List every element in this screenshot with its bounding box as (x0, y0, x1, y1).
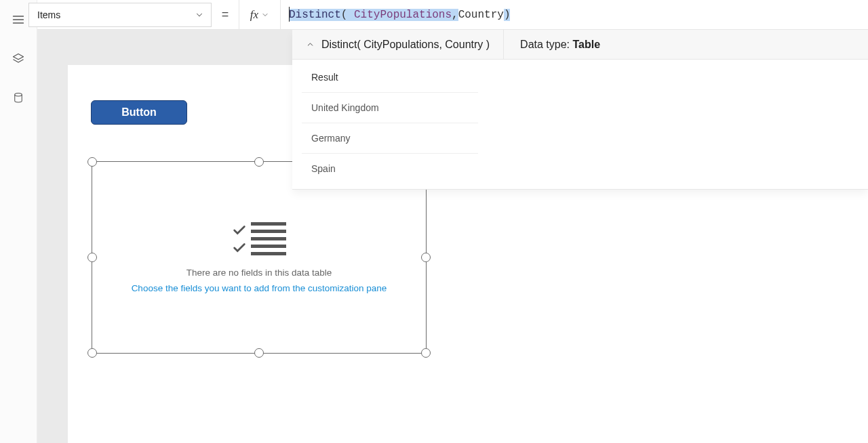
left-rail (0, 0, 37, 443)
equals-label: = (212, 7, 239, 22)
data-type-label: Data type: Table (504, 39, 616, 51)
button-label: Button (121, 106, 157, 119)
chevron-down-icon (261, 11, 269, 19)
menu-icon[interactable] (11, 12, 26, 27)
fx-button[interactable]: fx (239, 0, 281, 30)
property-selector[interactable]: Items (28, 3, 212, 27)
app-root: Items = fx Distinct( CityPopulations, Co… (0, 0, 868, 443)
chevron-down-icon (195, 10, 204, 20)
chevron-up-icon (306, 40, 315, 49)
formula-signature[interactable]: Distinct( CityPopulations, Country ) (292, 30, 504, 59)
datatable-placeholder: There are no fields in this data table C… (92, 162, 426, 353)
resize-handle[interactable] (254, 348, 264, 358)
svg-marker-3 (14, 54, 24, 60)
formula-result-panel: Distinct( CityPopulations, Country ) Dat… (292, 30, 868, 190)
text-cursor (289, 7, 290, 22)
resize-handle[interactable] (87, 157, 97, 167)
formula-result-header: Distinct( CityPopulations, Country ) Dat… (292, 30, 868, 60)
formula-token-arg2: Country (458, 9, 504, 21)
datatable-control[interactable]: There are no fields in this data table C… (92, 161, 427, 354)
resize-handle[interactable] (421, 348, 431, 358)
resize-handle[interactable] (87, 348, 97, 358)
formula-token-fn: Distinct (289, 9, 341, 21)
fx-label: fx (250, 8, 258, 22)
svg-point-4 (15, 93, 22, 97)
datatable-hint-link[interactable]: Choose the fields you want to add from t… (132, 283, 387, 293)
result-list: Result United Kingdom Germany Spain (292, 60, 868, 189)
resize-handle[interactable] (254, 157, 264, 167)
formula-token-arg1: CityPopulations (354, 9, 452, 21)
resize-handle[interactable] (421, 253, 431, 262)
result-column-header: Result (302, 62, 478, 93)
result-row[interactable]: Spain (302, 154, 478, 184)
property-name: Items (37, 9, 60, 20)
result-row[interactable]: United Kingdom (302, 93, 478, 123)
layers-icon[interactable] (11, 51, 26, 66)
resize-handle[interactable] (87, 253, 97, 262)
result-row[interactable]: Germany (302, 123, 478, 154)
main-area: Items = fx Distinct( CityPopulations, Co… (37, 0, 868, 443)
formula-bar: Items = fx Distinct( CityPopulations, Co… (37, 0, 868, 30)
checklist-icon (232, 222, 286, 255)
datatable-empty-msg: There are no fields in this data table (186, 268, 332, 278)
button-control[interactable]: Button (91, 100, 187, 125)
formula-input[interactable]: Distinct( CityPopulations, Country ) (281, 0, 868, 30)
data-icon[interactable] (11, 91, 26, 106)
